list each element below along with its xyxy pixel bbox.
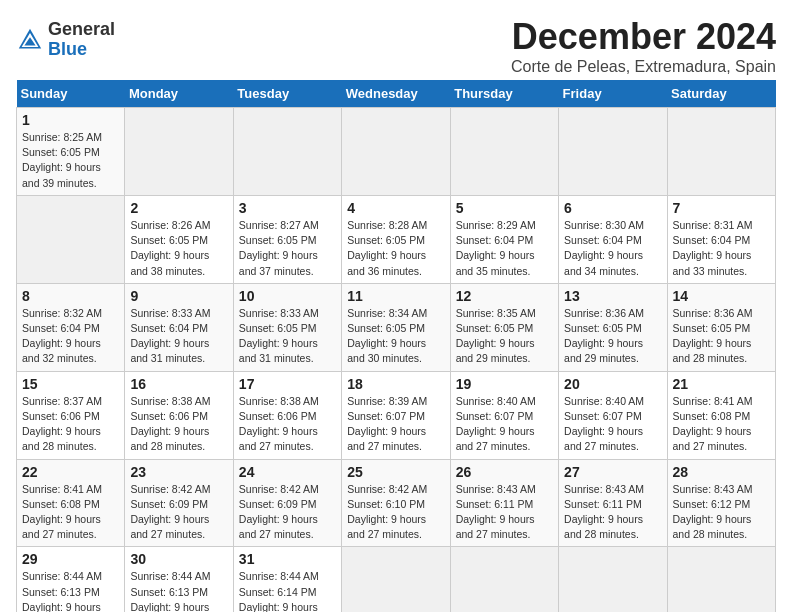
header: General Blue December 2024 Corte de Pele… [16,16,776,76]
day-info: Sunrise: 8:42 AMSunset: 6:09 PMDaylight:… [239,482,336,543]
calendar-cell: 22 Sunrise: 8:41 AMSunset: 6:08 PMDaylig… [17,459,125,547]
calendar-cell: 7 Sunrise: 8:31 AMSunset: 6:04 PMDayligh… [667,195,775,283]
day-number: 7 [673,200,770,216]
day-info: Sunrise: 8:40 AMSunset: 6:07 PMDaylight:… [564,394,661,455]
calendar-cell: 2 Sunrise: 8:26 AMSunset: 6:05 PMDayligh… [125,195,233,283]
day-number: 11 [347,288,444,304]
day-number: 19 [456,376,553,392]
day-number: 26 [456,464,553,480]
day-number: 21 [673,376,770,392]
calendar-cell: 30 Sunrise: 8:44 AMSunset: 6:13 PMDaylig… [125,547,233,612]
col-friday: Friday [559,80,667,108]
col-monday: Monday [125,80,233,108]
day-info: Sunrise: 8:43 AMSunset: 6:11 PMDaylight:… [456,482,553,543]
day-number: 16 [130,376,227,392]
day-number: 13 [564,288,661,304]
day-number: 4 [347,200,444,216]
day-number: 1 [22,112,119,128]
day-number: 10 [239,288,336,304]
day-info: Sunrise: 8:39 AMSunset: 6:07 PMDaylight:… [347,394,444,455]
calendar-cell [233,108,341,196]
calendar-row: 8 Sunrise: 8:32 AMSunset: 6:04 PMDayligh… [17,283,776,371]
calendar-cell [342,547,450,612]
day-info: Sunrise: 8:32 AMSunset: 6:04 PMDaylight:… [22,306,119,367]
day-number: 24 [239,464,336,480]
day-info: Sunrise: 8:44 AMSunset: 6:14 PMDaylight:… [239,569,336,612]
day-number: 22 [22,464,119,480]
day-number: 14 [673,288,770,304]
logo-blue: Blue [48,40,115,60]
day-number: 2 [130,200,227,216]
logo-icon [16,26,44,54]
calendar-cell: 23 Sunrise: 8:42 AMSunset: 6:09 PMDaylig… [125,459,233,547]
calendar-row: 15 Sunrise: 8:37 AMSunset: 6:06 PMDaylig… [17,371,776,459]
day-info: Sunrise: 8:29 AMSunset: 6:04 PMDaylight:… [456,218,553,279]
day-number: 28 [673,464,770,480]
calendar-cell [667,547,775,612]
col-wednesday: Wednesday [342,80,450,108]
calendar-cell: 19 Sunrise: 8:40 AMSunset: 6:07 PMDaylig… [450,371,558,459]
day-info: Sunrise: 8:43 AMSunset: 6:12 PMDaylight:… [673,482,770,543]
calendar-cell: 15 Sunrise: 8:37 AMSunset: 6:06 PMDaylig… [17,371,125,459]
day-info: Sunrise: 8:36 AMSunset: 6:05 PMDaylight:… [673,306,770,367]
calendar-row: 1 Sunrise: 8:25 AMSunset: 6:05 PMDayligh… [17,108,776,196]
calendar-cell: 27 Sunrise: 8:43 AMSunset: 6:11 PMDaylig… [559,459,667,547]
day-number: 29 [22,551,119,567]
title-area: December 2024 Corte de Peleas, Extremadu… [511,16,776,76]
day-info: Sunrise: 8:38 AMSunset: 6:06 PMDaylight:… [130,394,227,455]
day-number: 25 [347,464,444,480]
day-info: Sunrise: 8:37 AMSunset: 6:06 PMDaylight:… [22,394,119,455]
day-number: 31 [239,551,336,567]
day-info: Sunrise: 8:31 AMSunset: 6:04 PMDaylight:… [673,218,770,279]
calendar-cell: 18 Sunrise: 8:39 AMSunset: 6:07 PMDaylig… [342,371,450,459]
day-info: Sunrise: 8:43 AMSunset: 6:11 PMDaylight:… [564,482,661,543]
calendar-cell: 29 Sunrise: 8:44 AMSunset: 6:13 PMDaylig… [17,547,125,612]
day-info: Sunrise: 8:41 AMSunset: 6:08 PMDaylight:… [673,394,770,455]
day-number: 6 [564,200,661,216]
calendar-cell: 26 Sunrise: 8:43 AMSunset: 6:11 PMDaylig… [450,459,558,547]
day-info: Sunrise: 8:35 AMSunset: 6:05 PMDaylight:… [456,306,553,367]
logo-text: General Blue [48,20,115,60]
logo: General Blue [16,20,115,60]
day-info: Sunrise: 8:33 AMSunset: 6:05 PMDaylight:… [239,306,336,367]
day-info: Sunrise: 8:42 AMSunset: 6:09 PMDaylight:… [130,482,227,543]
calendar-table: Sunday Monday Tuesday Wednesday Thursday… [16,80,776,612]
calendar-row: 29 Sunrise: 8:44 AMSunset: 6:13 PMDaylig… [17,547,776,612]
logo-general: General [48,20,115,40]
calendar-cell: 4 Sunrise: 8:28 AMSunset: 6:05 PMDayligh… [342,195,450,283]
calendar-cell: 5 Sunrise: 8:29 AMSunset: 6:04 PMDayligh… [450,195,558,283]
day-info: Sunrise: 8:25 AMSunset: 6:05 PMDaylight:… [22,130,119,191]
calendar-cell [559,547,667,612]
day-info: Sunrise: 8:36 AMSunset: 6:05 PMDaylight:… [564,306,661,367]
calendar-cell [450,108,558,196]
calendar-row: 2 Sunrise: 8:26 AMSunset: 6:05 PMDayligh… [17,195,776,283]
calendar-cell: 3 Sunrise: 8:27 AMSunset: 6:05 PMDayligh… [233,195,341,283]
location-subtitle: Corte de Peleas, Extremadura, Spain [511,58,776,76]
day-info: Sunrise: 8:26 AMSunset: 6:05 PMDaylight:… [130,218,227,279]
header-row: Sunday Monday Tuesday Wednesday Thursday… [17,80,776,108]
calendar-cell: 17 Sunrise: 8:38 AMSunset: 6:06 PMDaylig… [233,371,341,459]
col-tuesday: Tuesday [233,80,341,108]
day-number: 20 [564,376,661,392]
col-thursday: Thursday [450,80,558,108]
calendar-cell: 24 Sunrise: 8:42 AMSunset: 6:09 PMDaylig… [233,459,341,547]
calendar-cell: 14 Sunrise: 8:36 AMSunset: 6:05 PMDaylig… [667,283,775,371]
day-info: Sunrise: 8:44 AMSunset: 6:13 PMDaylight:… [130,569,227,612]
col-saturday: Saturday [667,80,775,108]
calendar-cell: 25 Sunrise: 8:42 AMSunset: 6:10 PMDaylig… [342,459,450,547]
day-number: 8 [22,288,119,304]
calendar-cell [559,108,667,196]
calendar-cell [17,195,125,283]
calendar-cell: 13 Sunrise: 8:36 AMSunset: 6:05 PMDaylig… [559,283,667,371]
calendar-cell: 31 Sunrise: 8:44 AMSunset: 6:14 PMDaylig… [233,547,341,612]
calendar-cell: 1 Sunrise: 8:25 AMSunset: 6:05 PMDayligh… [17,108,125,196]
calendar-cell [450,547,558,612]
day-number: 15 [22,376,119,392]
calendar-cell: 10 Sunrise: 8:33 AMSunset: 6:05 PMDaylig… [233,283,341,371]
day-info: Sunrise: 8:41 AMSunset: 6:08 PMDaylight:… [22,482,119,543]
calendar-cell: 11 Sunrise: 8:34 AMSunset: 6:05 PMDaylig… [342,283,450,371]
day-number: 9 [130,288,227,304]
calendar-cell: 9 Sunrise: 8:33 AMSunset: 6:04 PMDayligh… [125,283,233,371]
calendar-cell: 12 Sunrise: 8:35 AMSunset: 6:05 PMDaylig… [450,283,558,371]
calendar-cell: 21 Sunrise: 8:41 AMSunset: 6:08 PMDaylig… [667,371,775,459]
